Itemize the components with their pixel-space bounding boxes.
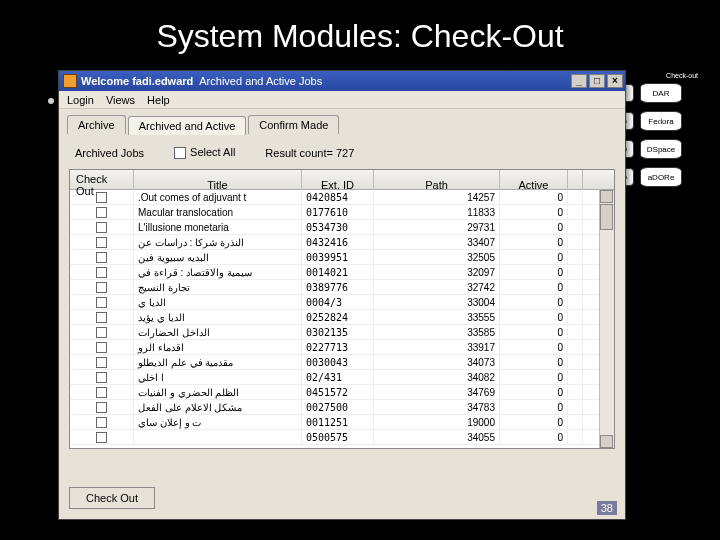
table-row[interactable]: مقدمية في علم الديطلو0030043340730 — [70, 355, 614, 370]
menu-help[interactable]: Help — [147, 94, 170, 106]
table-row[interactable]: سيمية والاقتصاد : قراءة في0014021320970 — [70, 265, 614, 280]
cell-path: 32097 — [374, 265, 500, 279]
table-row[interactable]: 0500575340550 — [70, 430, 614, 445]
cell-active: 0 — [500, 205, 568, 219]
cell-extid: 0252824 — [302, 310, 374, 324]
cell-extid: 0030043 — [302, 355, 374, 369]
table-row[interactable]: L'illusione monetaria0534730297310 — [70, 220, 614, 235]
row-checkbox[interactable] — [96, 327, 107, 338]
row-checkbox[interactable] — [96, 387, 107, 398]
bullet — [48, 98, 54, 104]
cell-active: 0 — [500, 340, 568, 354]
close-button[interactable]: × — [607, 74, 623, 88]
row-checkbox[interactable] — [96, 267, 107, 278]
minimize-button[interactable]: _ — [571, 74, 587, 88]
vertical-scrollbar[interactable] — [599, 190, 614, 448]
row-checkbox[interactable] — [96, 312, 107, 323]
tab-archived-active[interactable]: Archived and Active — [128, 116, 247, 135]
cell-title — [134, 430, 302, 444]
table-row[interactable]: الديا ي يؤيد0252824335550 — [70, 310, 614, 325]
table-row[interactable]: الداخل الحضارات0302135335850 — [70, 325, 614, 340]
row-checkbox[interactable] — [96, 342, 107, 353]
cell-extid: 0039951 — [302, 250, 374, 264]
table-row[interactable]: Macular translocation0177610118330 — [70, 205, 614, 220]
result-count-label: Result count= 727 — [265, 147, 354, 159]
menu-views[interactable]: Views — [106, 94, 135, 106]
cell-active: 0 — [500, 385, 568, 399]
cell-extid: 0500575 — [302, 430, 374, 444]
select-all-checkbox[interactable] — [174, 147, 186, 159]
table-row[interactable]: تجارة النسيج0389776327420 — [70, 280, 614, 295]
table-row[interactable]: ت و إعلان ساي0011251190000 — [70, 415, 614, 430]
cell-active: 0 — [500, 400, 568, 414]
maximize-button[interactable]: □ — [589, 74, 605, 88]
cell-path: 34769 — [374, 385, 500, 399]
table-header: Check Out Title Ext. ID Path Active — [70, 170, 614, 190]
cell-active: 0 — [500, 190, 568, 204]
cell-path: 32742 — [374, 280, 500, 294]
checkout-button[interactable]: Check Out — [69, 487, 155, 509]
row-checkbox[interactable] — [96, 252, 107, 263]
table-row[interactable]: الديا ي0004/3330040 — [70, 295, 614, 310]
row-checkbox[interactable] — [96, 192, 107, 203]
scroll-thumb[interactable] — [600, 204, 613, 230]
cell-extid: 0302135 — [302, 325, 374, 339]
table-row[interactable]: البديه سبيوية فين0039951325050 — [70, 250, 614, 265]
cell-path: 33555 — [374, 310, 500, 324]
table-row[interactable]: النذرة شركا : دراسات عن0432416334070 — [70, 235, 614, 250]
row-checkbox[interactable] — [96, 417, 107, 428]
cell-path: 33407 — [374, 235, 500, 249]
row-checkbox[interactable] — [96, 297, 107, 308]
row-checkbox[interactable] — [96, 432, 107, 443]
row-checkbox[interactable] — [96, 402, 107, 413]
cell-title: اقدماء الرو — [134, 340, 302, 354]
cell-extid: 0451572 — [302, 385, 374, 399]
tab-content: Archived Jobs Select All Result count= 7… — [59, 134, 625, 449]
repo-cylinder: DAR — [640, 83, 682, 103]
archived-jobs-label: Archived Jobs — [75, 147, 144, 159]
cell-active: 0 — [500, 220, 568, 234]
cell-title: سيمية والاقتصاد : قراءة في — [134, 265, 302, 279]
row-checkbox[interactable] — [96, 222, 107, 233]
table-row[interactable]: الظلم الحضري و الفنيات0451572347690 — [70, 385, 614, 400]
cell-extid: 0014021 — [302, 265, 374, 279]
cell-title: الديا ي — [134, 295, 302, 309]
cell-active: 0 — [500, 430, 568, 444]
cell-extid: 0011251 — [302, 415, 374, 429]
scroll-down-button[interactable] — [600, 435, 613, 448]
cell-path: 34082 — [374, 370, 500, 384]
app-icon — [63, 74, 77, 88]
cell-title: الديا ي يؤيد — [134, 310, 302, 324]
cell-path: 32505 — [374, 250, 500, 264]
cell-title: مقدمية في علم الديطلو — [134, 355, 302, 369]
cell-active: 0 — [500, 250, 568, 264]
row-checkbox[interactable] — [96, 282, 107, 293]
table-row[interactable]: مشكل الاعلام على الفعل0027500347830 — [70, 400, 614, 415]
table-row[interactable]: Out comes of adjuvant t.0420854142570 — [70, 190, 614, 205]
jobs-table: Check Out Title Ext. ID Path Active Out … — [69, 169, 615, 449]
title-user: Welcome fadi.edward — [81, 75, 193, 87]
table-row[interactable]: ا اخلي02/431340820 — [70, 370, 614, 385]
row-checkbox[interactable] — [96, 237, 107, 248]
cell-extid: 0004/3 — [302, 295, 374, 309]
menu-login[interactable]: Login — [67, 94, 94, 106]
cell-title: الداخل الحضارات — [134, 325, 302, 339]
row-checkbox[interactable] — [96, 207, 107, 218]
cell-extid: 02/431 — [302, 370, 374, 384]
tab-confirm-made[interactable]: Confirm Made — [248, 115, 339, 134]
cell-path: 33917 — [374, 340, 500, 354]
slide-title: System Modules: Check-Out — [0, 0, 720, 65]
cell-active: 0 — [500, 325, 568, 339]
scroll-up-button[interactable] — [600, 190, 613, 203]
row-checkbox[interactable] — [96, 357, 107, 368]
repo-cylinder: aDORe — [640, 167, 682, 187]
cell-extid: 0177610 — [302, 205, 374, 219]
cell-active: 0 — [500, 265, 568, 279]
table-row[interactable]: اقدماء الرو0227713339170 — [70, 340, 614, 355]
select-all-control[interactable]: Select All — [174, 146, 235, 159]
cell-title: مشكل الاعلام على الفعل — [134, 400, 302, 414]
row-checkbox[interactable] — [96, 372, 107, 383]
tab-archive[interactable]: Archive — [67, 115, 126, 134]
repo-cylinder: Fedora — [640, 111, 682, 131]
cell-active: 0 — [500, 370, 568, 384]
